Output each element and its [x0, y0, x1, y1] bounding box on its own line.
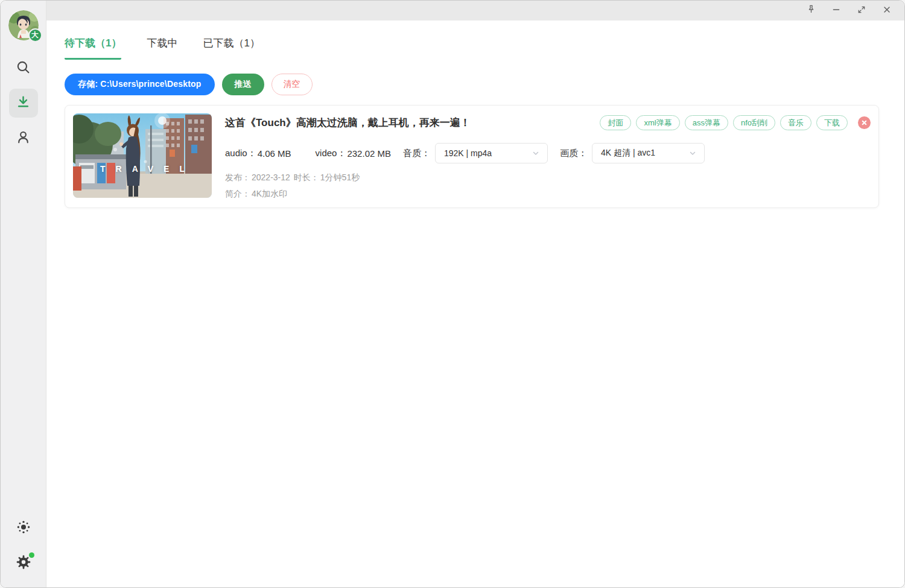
storage-path-button[interactable]: 存储: C:\Users\prince\Desktop	[65, 74, 215, 95]
audio-size-label: audio：	[225, 148, 256, 159]
sidebar-item-settings[interactable]	[9, 549, 38, 578]
pin-icon	[806, 4, 816, 17]
content-area: 待下载（1） 下载中 已下载（1） 存储: C:\Users\prince\De…	[46, 21, 904, 587]
thumbnail-art	[73, 113, 212, 198]
intro-value: 4K加水印	[252, 189, 287, 200]
settings-notification-dot	[29, 552, 34, 558]
download-tabs: 待下载（1） 下载中 已下载（1）	[65, 36, 879, 60]
sidebar-item-downloads[interactable]	[9, 89, 38, 118]
window-titlebar	[46, 1, 904, 21]
maximize-button[interactable]	[849, 2, 874, 19]
close-window-button[interactable]	[874, 2, 900, 19]
video-thumbnail[interactable]: TRAVEL	[73, 113, 212, 198]
avatar-badge: 大	[28, 28, 42, 42]
video-title: 这首《Touch》高潮太过洗脑，戴上耳机，再来一遍！	[225, 116, 471, 130]
remove-item-button[interactable]	[858, 116, 871, 129]
audio-quality-select[interactable]: 192K | mp4a	[435, 143, 548, 163]
publish-row: 发布：2022-3-12 时长：1分钟51秒	[225, 172, 871, 183]
stats-row: audio： 4.06 MB video： 232.02 MB 音质： 192K…	[225, 143, 871, 163]
action-bar: 存储: C:\Users\prince\Desktop 推送 清空	[65, 74, 879, 95]
pin-window-button[interactable]	[798, 2, 824, 19]
sidebar-item-theme[interactable]	[9, 514, 38, 543]
audio-quality-label: 音质：	[403, 148, 430, 159]
duration-label: 时长：	[294, 172, 319, 183]
sidebar-item-search[interactable]	[9, 54, 38, 83]
video-size-label: video：	[316, 148, 346, 159]
publish-label: 发布：	[225, 172, 250, 183]
option-tags: 封面 xml弹幕 ass弹幕 nfo刮削 音乐 下载	[600, 115, 848, 130]
tab-completed[interactable]: 已下载（1）	[203, 36, 259, 60]
theme-sun-icon	[16, 520, 31, 537]
video-quality-selected: 4K 超清 | avc1	[601, 148, 655, 159]
tag-ass-danmaku[interactable]: ass弹幕	[685, 115, 728, 130]
chevron-down-icon	[532, 149, 540, 157]
download-item-info: 这首《Touch》高潮太过洗脑，戴上耳机，再来一遍！ 封面 xml弹幕 ass弹…	[225, 113, 871, 200]
clear-button[interactable]: 清空	[272, 74, 313, 95]
duration-value: 1分钟51秒	[320, 172, 360, 183]
sidebar: 大	[1, 1, 46, 587]
sidebar-item-account[interactable]	[9, 124, 38, 153]
search-icon	[16, 60, 31, 77]
user-icon	[16, 130, 31, 147]
intro-row: 简介： 4K加水印	[225, 189, 871, 200]
video-quality-select[interactable]: 4K 超清 | avc1	[592, 143, 705, 163]
chevron-down-icon	[688, 149, 697, 157]
close-icon	[882, 5, 892, 17]
maximize-icon	[857, 5, 866, 17]
tag-download[interactable]: 下载	[816, 115, 848, 130]
app-window: 大	[0, 0, 905, 588]
tag-cover[interactable]: 封面	[600, 115, 631, 130]
download-item-card: TRAVEL 这首《Touch》高潮太过洗脑，戴上耳机，再来一遍！ 封面 xml…	[65, 105, 879, 208]
user-avatar[interactable]: 大	[8, 10, 39, 40]
remove-x-icon	[861, 119, 868, 126]
tab-downloading[interactable]: 下载中	[147, 36, 177, 60]
video-size-value: 232.02 MB	[347, 148, 391, 159]
publish-date: 2022-3-12	[252, 172, 290, 183]
push-button[interactable]: 推送	[222, 74, 264, 95]
audio-quality-selected: 192K | mp4a	[444, 148, 492, 158]
main-area: 待下载（1） 下载中 已下载（1） 存储: C:\Users\prince\De…	[46, 1, 904, 587]
video-quality-label: 画质：	[560, 148, 587, 159]
tag-music[interactable]: 音乐	[780, 115, 811, 130]
minimize-button[interactable]	[824, 2, 849, 19]
minimize-icon	[831, 5, 841, 17]
tab-pending[interactable]: 待下载（1）	[65, 36, 121, 60]
title-row: 这首《Touch》高潮太过洗脑，戴上耳机，再来一遍！ 封面 xml弹幕 ass弹…	[225, 115, 871, 130]
tag-nfo-scrape[interactable]: nfo刮削	[733, 115, 775, 130]
tag-xml-danmaku[interactable]: xml弹幕	[636, 115, 679, 130]
audio-size-value: 4.06 MB	[258, 148, 291, 159]
settings-gear-icon	[16, 554, 31, 572]
intro-label: 简介：	[225, 189, 250, 200]
download-icon	[16, 95, 31, 112]
